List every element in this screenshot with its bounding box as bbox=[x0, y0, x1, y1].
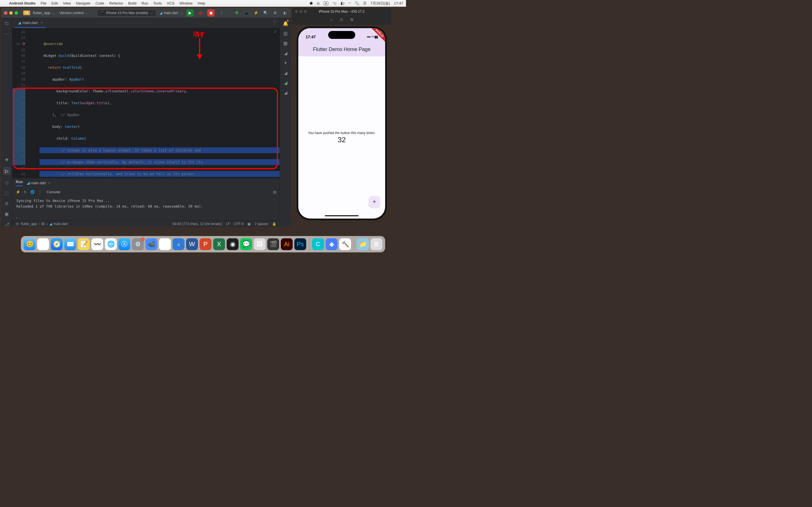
code-editor[interactable]: ✓ 424344 ⟳454647484950515253545556575859… bbox=[12, 28, 280, 178]
sim-screenshot-icon[interactable]: ⎙ bbox=[340, 17, 343, 22]
vcs-tool-icon[interactable]: ⎇ bbox=[4, 222, 9, 227]
run-file-tab[interactable]: ◢ main.dart × bbox=[27, 181, 50, 185]
debug-button[interactable]: 🐞 bbox=[197, 10, 204, 16]
version-control-dropdown[interactable]: Version control ⌄ bbox=[59, 11, 89, 15]
illustrator-icon[interactable]: Ai bbox=[281, 238, 293, 250]
launchpad-icon[interactable]: ▦ bbox=[37, 238, 49, 250]
finder-icon[interactable]: 😊 bbox=[24, 238, 36, 250]
account-icon[interactable]: ◐ bbox=[282, 10, 288, 16]
app-name[interactable]: Android Studio bbox=[9, 1, 36, 5]
menu-code[interactable]: Code bbox=[96, 1, 104, 5]
menu-navigate[interactable]: Navigate bbox=[76, 1, 90, 5]
close-window-button[interactable] bbox=[4, 11, 7, 15]
xcode-icon[interactable]: 🔨 bbox=[339, 238, 351, 250]
bluetooth-icon[interactable]: ⌥ bbox=[333, 1, 337, 5]
close-tab-icon[interactable]: × bbox=[41, 21, 43, 25]
device-explorer-icon[interactable]: ▦ bbox=[283, 41, 288, 46]
preview-icon[interactable]: 🖼 bbox=[254, 238, 266, 250]
zoom-icon[interactable]: 📹 bbox=[146, 238, 157, 250]
battery-icon[interactable]: ▮▯ bbox=[341, 1, 345, 5]
hot-restart-icon[interactable]: ↻ bbox=[24, 190, 27, 194]
home-indicator[interactable] bbox=[325, 215, 359, 216]
stop-button[interactable]: ◼ bbox=[207, 9, 214, 17]
excel-icon[interactable]: X bbox=[213, 238, 225, 250]
menu-tools[interactable]: Tools bbox=[153, 1, 162, 5]
device-manager-icon[interactable]: 📱 bbox=[243, 10, 250, 16]
globe-icon[interactable]: 🌐 bbox=[30, 190, 35, 194]
tab-main-dart[interactable]: ◢ main.dart × bbox=[15, 18, 46, 28]
menu-run[interactable]: Run bbox=[142, 1, 148, 5]
notifications-icon[interactable]: 🔔 bbox=[283, 21, 289, 26]
menubar-date[interactable]: 7月26日(金) bbox=[370, 1, 390, 6]
lightning-icon[interactable]: ⚡ bbox=[253, 10, 259, 16]
appstore-icon[interactable]: Ⓐ bbox=[118, 238, 130, 250]
sim-max-button[interactable] bbox=[304, 10, 307, 13]
search-icon[interactable]: 🔍 bbox=[262, 10, 269, 16]
settings-icon[interactable]: ⚙ bbox=[272, 10, 278, 16]
menu-view[interactable]: View bbox=[63, 1, 71, 5]
wifi-icon[interactable]: ⌔ bbox=[349, 1, 351, 5]
sim-min-button[interactable] bbox=[299, 10, 302, 13]
toolbox-icon[interactable]: ⬢ bbox=[310, 1, 313, 5]
flutter-perf-icon[interactable]: ◢ bbox=[284, 80, 287, 86]
hot-reload-icon[interactable]: ⚡ bbox=[16, 190, 20, 194]
menu-help[interactable]: Help bbox=[198, 1, 205, 5]
notes-icon[interactable]: 📝 bbox=[78, 238, 90, 250]
structure-tool-icon[interactable]: ◈ bbox=[5, 157, 8, 162]
menu-file[interactable]: File bbox=[41, 1, 47, 5]
run-tool-icon[interactable]: ▷ bbox=[3, 167, 11, 175]
close-icon[interactable]: × bbox=[48, 181, 50, 185]
analysis-ok-icon[interactable]: ✓ bbox=[274, 30, 277, 34]
run-config-selector[interactable]: ◢ main.dart ⌄ bbox=[160, 11, 183, 15]
downloads-icon[interactable]: 📁 bbox=[357, 238, 369, 250]
menu-refactor[interactable]: Refactor bbox=[109, 1, 123, 5]
line-ending[interactable]: LF bbox=[226, 222, 230, 226]
sim-copy-icon[interactable]: ⧉ bbox=[350, 17, 353, 22]
sim-home-icon[interactable]: ⌂ bbox=[330, 17, 333, 22]
safari-icon[interactable]: 🧭 bbox=[51, 238, 63, 250]
iphone-screen[interactable]: DEBUG 17:47 •••• ⌔ ▮▮ Flutter Demo Home … bbox=[298, 28, 385, 219]
fab-add-button[interactable]: + bbox=[369, 196, 380, 207]
figma-icon[interactable]: ◉ bbox=[227, 238, 239, 250]
layout-icon[interactable]: ▤ bbox=[273, 190, 276, 194]
word-icon[interactable]: W bbox=[186, 238, 198, 250]
device-selector[interactable]: 📱 iPhone 15 Pro Max (mobile) ⌄ bbox=[97, 10, 156, 16]
device-mirror-icon[interactable]: ▥ bbox=[283, 31, 288, 36]
more-tool-icon[interactable]: ⋯ bbox=[4, 31, 9, 36]
encoding[interactable]: UTF-8 bbox=[234, 222, 244, 226]
indent[interactable]: 2 spaces bbox=[255, 222, 268, 226]
screenrec-icon[interactable]: ◎ bbox=[317, 1, 320, 5]
control-center-icon[interactable]: ☰ bbox=[363, 1, 366, 5]
tab-more-icon[interactable]: ⋮ bbox=[271, 18, 278, 25]
console-chevron[interactable]: › bbox=[12, 215, 280, 220]
menubar-time[interactable]: 17:47 bbox=[394, 1, 403, 5]
terminal-tool-icon[interactable]: ▣ bbox=[4, 211, 9, 217]
flutter-inspector-icon[interactable]: ◢ bbox=[284, 50, 287, 56]
run-panel-tab[interactable]: Run bbox=[16, 180, 23, 186]
settings-icon[interactable]: ⚙2 bbox=[132, 238, 144, 250]
flutter-devtools-icon[interactable]: ◢ bbox=[284, 90, 287, 95]
menu-window[interactable]: Window bbox=[180, 1, 193, 5]
line-icon[interactable]: 💬 bbox=[240, 238, 252, 250]
problems-tool-icon[interactable]: ⊘ bbox=[5, 201, 8, 206]
more-icon[interactable]: ⋮ bbox=[38, 190, 42, 194]
photoshop-icon[interactable]: Ps bbox=[294, 238, 306, 250]
app-icon-1[interactable]: ◆ bbox=[326, 238, 338, 250]
bug-icon[interactable]: 🪲 bbox=[234, 10, 240, 16]
sim-close-button[interactable] bbox=[295, 10, 298, 13]
menu-build[interactable]: Build bbox=[128, 1, 137, 5]
console-output[interactable]: Syncing files to device iPhone 15 Pro Ma… bbox=[12, 196, 280, 215]
search-icon[interactable]: 🔍 bbox=[355, 1, 359, 5]
vscode-icon[interactable]: ⬨ bbox=[172, 238, 185, 250]
cursor-position[interactable]: 64:40 (773 chars, 12 line breaks) bbox=[173, 222, 222, 226]
freeform-icon[interactable]: 〰️ bbox=[91, 238, 103, 250]
mail-icon[interactable]: ✉️ bbox=[64, 238, 76, 250]
chrome-icon[interactable]: 🌐 bbox=[105, 238, 117, 250]
bookmarks-tool-icon[interactable]: ◇ bbox=[5, 180, 8, 185]
minimize-window-button[interactable] bbox=[9, 11, 13, 15]
maximize-window-button[interactable] bbox=[15, 11, 18, 15]
run-button[interactable]: ▶ bbox=[186, 9, 194, 17]
breadcrumb[interactable]: 🗀 flutter_app › lib › ◢ main.dart bbox=[16, 222, 68, 226]
powerpoint-icon[interactable]: P bbox=[200, 238, 211, 250]
more-actions-icon[interactable]: ⋮ bbox=[218, 10, 225, 16]
